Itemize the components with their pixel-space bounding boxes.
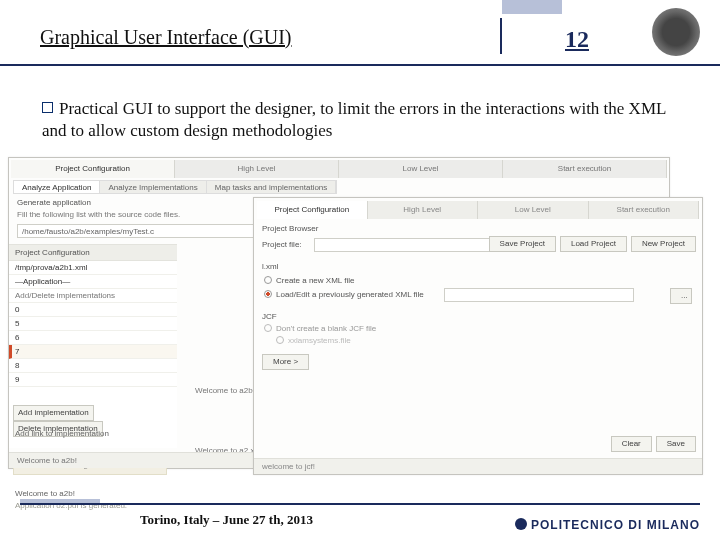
bullet-square-icon [42, 102, 53, 113]
tab-project-config-b[interactable]: Project Configuration [257, 201, 368, 219]
tab-start-exec-b[interactable]: Start execution [589, 201, 700, 219]
subtab-analyze-app[interactable]: Analyze Application [14, 181, 100, 193]
sidebar-application-row[interactable]: —Application— [9, 275, 177, 289]
sidebar-path-row[interactable]: /tmp/prova/a2b1.xml [9, 261, 177, 275]
sidebar-welcome: Welcome to a2b! [15, 489, 75, 498]
footer-text: Torino, Italy – June 27 th, 2013 [140, 512, 313, 528]
files-hint-label: Fill the following list with the source … [17, 210, 180, 219]
jcf-section-label: JCF [262, 312, 277, 321]
save-button[interactable]: Save [656, 436, 696, 452]
logo-dot-icon [515, 518, 527, 530]
sidebar-num-row[interactable]: 9 [9, 373, 177, 387]
sidebar-num-row-selected[interactable]: 7 [9, 345, 177, 359]
sidebar-header: Project Configuration [9, 245, 177, 261]
add-impl-button[interactable]: Add implementation [13, 405, 94, 421]
radio-load-xml[interactable]: Load/Edit a previously generated XML fil… [264, 290, 424, 299]
university-seal-icon [652, 8, 700, 56]
clear-button[interactable]: Clear [611, 436, 652, 452]
radio-icon [264, 290, 272, 298]
tabs-b: Project Configuration High Level Low Lev… [257, 201, 699, 219]
screenshot-stack: Project Configuration High Level Low Lev… [8, 157, 712, 487]
radio-jcf-file-label: xxlamsystems.file [288, 336, 351, 345]
browse-xml-button[interactable]: ... [670, 288, 692, 304]
bottom-buttons: Clear Save [611, 436, 696, 452]
load-project-button[interactable]: Load Project [560, 236, 627, 252]
radio-icon [276, 336, 284, 344]
sidebar-num-row[interactable]: 5 [9, 317, 177, 331]
footer-logo-text: POLITECNICO DI MILANO [531, 518, 700, 532]
tab-low-level-b[interactable]: Low Level [478, 201, 589, 219]
source-path-input[interactable]: /home/fausto/a2b/examples/myTest.c [17, 224, 277, 238]
header-deco [502, 0, 562, 14]
radio-icon [264, 324, 272, 332]
tab-start-exec[interactable]: Start execution [503, 160, 667, 178]
more-row: More > [262, 354, 309, 370]
sidebar-num-row[interactable]: 6 [9, 331, 177, 345]
statusbar-b: welcome to jcf! [254, 458, 702, 474]
sidebar-num-row[interactable]: 8 [9, 359, 177, 373]
add-link-label: Add link to implementation [15, 429, 109, 438]
genapp-label: Generate application [17, 198, 91, 207]
footer-logo: POLITECNICO DI MILANO [515, 518, 700, 532]
tabs-a: Project Configuration High Level Low Lev… [11, 160, 667, 178]
slide-number: 12 [565, 26, 589, 53]
radio-create-xml[interactable]: Create a new XML file [264, 276, 354, 285]
bullet-text: Practical GUI to support the designer, t… [42, 98, 682, 142]
lxml-section-label: l.xml [262, 262, 278, 271]
footer-line [20, 503, 700, 505]
sidebar-num-row[interactable]: 0 [9, 303, 177, 317]
radio-jcf-file[interactable]: xxlamsystems.file [276, 336, 351, 345]
radio-create-xml-label: Create a new XML file [276, 276, 354, 285]
save-project-button[interactable]: Save Project [489, 236, 556, 252]
slide-header: Graphical User Interface (GUI) 12 [0, 0, 720, 66]
header-divider [500, 18, 502, 54]
project-browser-label: Project Browser [262, 224, 318, 233]
radio-jcf-blank-label: Don't create a blank JCF file [276, 324, 376, 333]
bullet-content: Practical GUI to support the designer, t… [42, 99, 666, 140]
project-file-label: Project file: [262, 240, 302, 249]
more-button[interactable]: More > [262, 354, 309, 370]
new-project-button[interactable]: New Project [631, 236, 696, 252]
tab-high-level-b[interactable]: High Level [368, 201, 479, 219]
radio-icon [264, 276, 272, 284]
sidebar-addel-row: Add/Delete implementations [9, 289, 177, 303]
tab-high-level[interactable]: High Level [175, 160, 339, 178]
app-window-b: Project Configuration High Level Low Lev… [253, 197, 703, 475]
center-welcome-1: Welcome to a2b! [195, 386, 255, 395]
slide-title: Graphical User Interface (GUI) [40, 26, 292, 49]
tab-low-level[interactable]: Low Level [339, 160, 503, 178]
project-sidebar: Project Configuration /tmp/prova/a2b1.xm… [9, 244, 177, 448]
radio-load-xml-label: Load/Edit a previously generated XML fil… [276, 290, 424, 299]
load-xml-path-input[interactable] [444, 288, 634, 302]
subtab-analyze-impl[interactable]: Analyze Implementations [100, 181, 206, 193]
subtabs-a: Analyze Application Analyze Implementati… [13, 180, 337, 194]
radio-jcf-blank[interactable]: Don't create a blank JCF file [264, 324, 376, 333]
project-buttons: Save Project Load Project New Project [489, 236, 696, 252]
tab-project-config[interactable]: Project Configuration [11, 160, 175, 178]
project-file-input[interactable] [314, 238, 514, 252]
subtab-map-tasks[interactable]: Map tasks and implementations [207, 181, 337, 193]
